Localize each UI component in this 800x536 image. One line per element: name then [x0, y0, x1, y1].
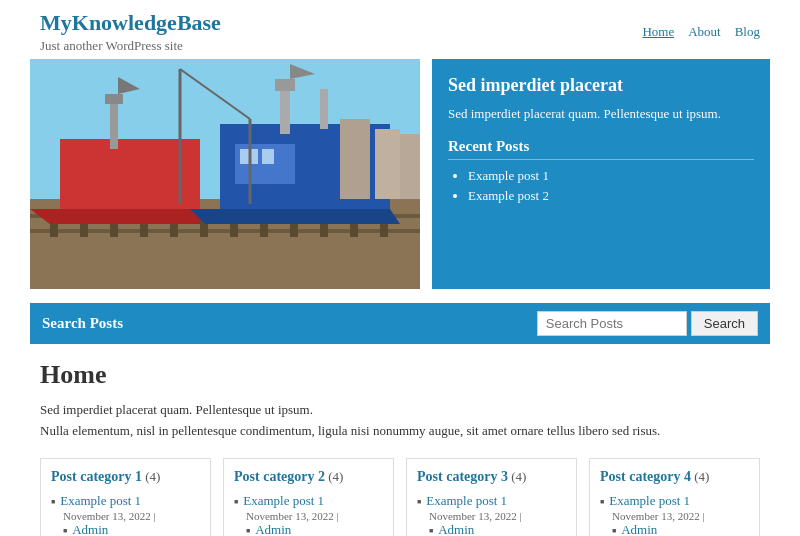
post-link-2-1[interactable]: Example post 1 — [234, 493, 383, 509]
recent-post-1-link[interactable]: Example post 1 — [468, 168, 549, 183]
nav-home[interactable]: Home — [642, 24, 674, 40]
recent-post-1: Example post 1 — [468, 168, 754, 184]
list-item: Example post 1November 13, 2022 | Admin — [600, 493, 749, 536]
category-title-link-1[interactable]: Post category 1 — [51, 469, 142, 484]
page-description: Sed imperdiet placerat quam. Pellentesqu… — [40, 400, 760, 442]
page-desc-line2: Nulla elementum, nisl in pellentesque co… — [40, 421, 760, 442]
category-title-link-2[interactable]: Post category 2 — [234, 469, 325, 484]
category-block-3: Post category 3 (4)Example post 1Novembe… — [406, 458, 577, 536]
svg-rect-30 — [340, 119, 370, 199]
hero-sidebar: Sed imperdiet placerat Sed imperdiet pla… — [432, 59, 770, 289]
site-branding: MyKnowledgeBase Just another WordPress s… — [40, 10, 221, 54]
list-item: Example post 1November 13, 2022 | Admin — [417, 493, 566, 536]
recent-posts-list: Example post 1 Example post 2 — [448, 168, 754, 204]
post-meta: November 13, 2022 | Admin — [234, 510, 383, 536]
category-block-4: Post category 4 (4)Example post 1Novembe… — [589, 458, 760, 536]
category-title-link-3[interactable]: Post category 3 — [417, 469, 508, 484]
nav-blog[interactable]: Blog — [735, 24, 760, 40]
category-post-list-4: Example post 1November 13, 2022 | AdminE… — [600, 493, 749, 536]
search-button[interactable]: Search — [691, 311, 758, 336]
category-title-link-4[interactable]: Post category 4 — [600, 469, 691, 484]
category-count-3: (4) — [508, 469, 526, 484]
hero-title: Sed imperdiet placerat — [448, 75, 754, 96]
category-post-list-3: Example post 1November 13, 2022 | AdminE… — [417, 493, 566, 536]
svg-rect-23 — [280, 84, 290, 134]
category-post-list-1: Example post 1November 13, 2022 | AdminE… — [51, 493, 200, 536]
post-meta: November 13, 2022 | Admin — [600, 510, 749, 536]
search-bar-title: Search Posts — [42, 315, 123, 332]
category-count-2: (4) — [325, 469, 343, 484]
post-author-link[interactable]: Admin — [612, 522, 749, 536]
svg-rect-31 — [375, 129, 400, 199]
svg-rect-24 — [275, 79, 295, 91]
site-title-link[interactable]: MyKnowledgeBase — [40, 10, 221, 35]
category-block-1: Post category 1 (4)Example post 1Novembe… — [40, 458, 211, 536]
post-link-3-1[interactable]: Example post 1 — [417, 493, 566, 509]
category-title-1: Post category 1 (4) — [51, 469, 200, 485]
categories-grid: Post category 1 (4)Example post 1Novembe… — [40, 458, 760, 536]
svg-marker-17 — [30, 209, 200, 224]
post-link-4-1[interactable]: Example post 1 — [600, 493, 749, 509]
svg-rect-26 — [320, 89, 328, 129]
category-block-2: Post category 2 (4)Example post 1Novembe… — [223, 458, 394, 536]
page-desc-line1: Sed imperdiet placerat quam. Pellentesqu… — [40, 400, 760, 421]
header: MyKnowledgeBase Just another WordPress s… — [0, 0, 800, 59]
category-title-3: Post category 3 (4) — [417, 469, 566, 485]
recent-post-2-link[interactable]: Example post 2 — [468, 188, 549, 203]
category-title-2: Post category 2 (4) — [234, 469, 383, 485]
content-wrapper: Sed imperdiet placerat Sed imperdiet pla… — [10, 59, 790, 536]
hero-section: Sed imperdiet placerat Sed imperdiet pla… — [30, 59, 770, 289]
post-author-link[interactable]: Admin — [63, 522, 200, 536]
list-item: Example post 1November 13, 2022 | Admin — [51, 493, 200, 536]
site-title: MyKnowledgeBase — [40, 10, 221, 36]
post-link-1-1[interactable]: Example post 1 — [51, 493, 200, 509]
hero-description: Sed imperdiet placerat quam. Pellentesqu… — [448, 104, 754, 124]
hero-image — [30, 59, 420, 289]
recent-post-2: Example post 2 — [468, 188, 754, 204]
svg-rect-32 — [400, 134, 420, 199]
post-author-link[interactable]: Admin — [246, 522, 383, 536]
nav-about[interactable]: About — [688, 24, 721, 40]
svg-rect-19 — [105, 94, 123, 104]
category-count-4: (4) — [691, 469, 709, 484]
main-content: Home Sed imperdiet placerat quam. Pellen… — [30, 360, 770, 536]
main-nav: Home About Blog — [642, 24, 760, 40]
category-count-1: (4) — [142, 469, 160, 484]
svg-rect-3 — [30, 229, 420, 233]
search-form: Search — [537, 311, 758, 336]
svg-marker-22 — [190, 209, 400, 224]
category-post-list-2: Example post 1November 13, 2022 | AdminE… — [234, 493, 383, 536]
recent-posts-heading: Recent Posts — [448, 138, 754, 160]
search-input[interactable] — [537, 311, 687, 336]
list-item: Example post 1November 13, 2022 | Admin — [234, 493, 383, 536]
category-title-4: Post category 4 (4) — [600, 469, 749, 485]
svg-rect-18 — [110, 99, 118, 149]
search-bar: Search Posts Search — [30, 303, 770, 344]
post-meta: November 13, 2022 | Admin — [417, 510, 566, 536]
site-tagline: Just another WordPress site — [40, 38, 221, 54]
svg-rect-29 — [262, 149, 274, 164]
page-heading: Home — [40, 360, 760, 390]
post-author-link[interactable]: Admin — [429, 522, 566, 536]
post-meta: November 13, 2022 | Admin — [51, 510, 200, 536]
